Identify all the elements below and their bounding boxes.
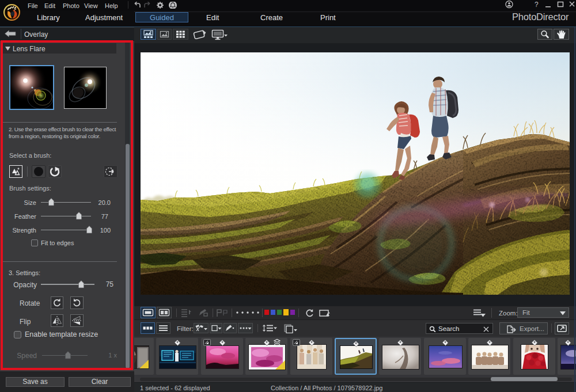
svg-text:?: ?	[535, 1, 539, 9]
